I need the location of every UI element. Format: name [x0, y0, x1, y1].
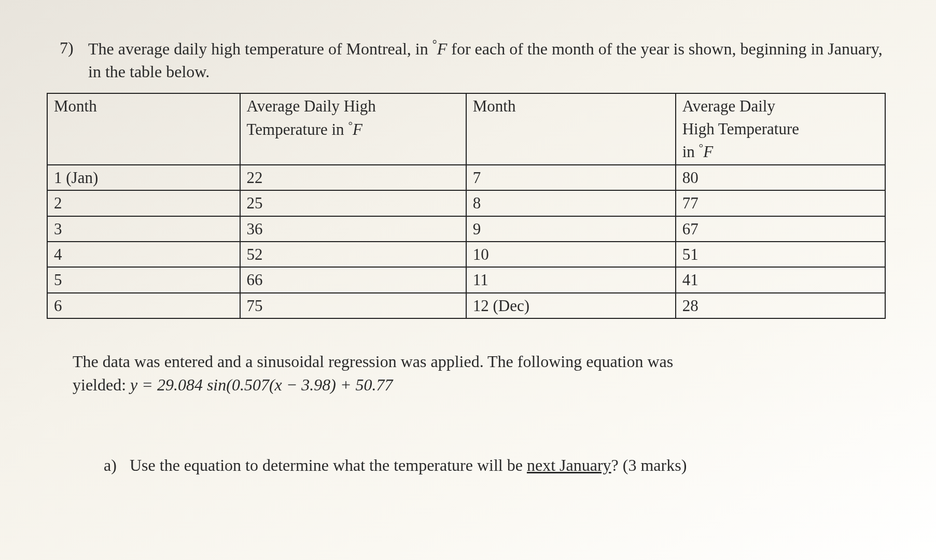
header-temp2-line2: High Temperature	[682, 120, 799, 138]
cell-temp-1: 22	[240, 165, 466, 190]
table-row: 67512 (Dec)28	[47, 293, 885, 318]
degree-unit-inline: °F	[432, 39, 448, 58]
cell-month-2: 7	[466, 165, 676, 190]
cell-temp-1: 36	[240, 216, 466, 242]
cell-month-1: 6	[47, 293, 240, 318]
problem-text: The average daily high temperature of Mo…	[88, 36, 905, 83]
header-temp2-line3-pre: in	[682, 143, 699, 161]
regression-note: The data was entered and a sinusoidal re…	[73, 350, 889, 397]
subpart-a-underlined: next January	[527, 456, 611, 474]
regression-line2-prefix: yielded:	[73, 375, 130, 394]
regression-equation: y = 29.084 sin(0.507(x − 3.98) + 50.77	[130, 375, 393, 394]
cell-month-1: 2	[47, 190, 240, 216]
subpart-a-post: ? (3 marks)	[611, 456, 687, 474]
cell-month-1: 3	[47, 216, 240, 242]
cell-month-1: 1 (Jan)	[47, 165, 240, 190]
header-temp1-degree-letter: F	[353, 120, 362, 138]
cell-temp-1: 25	[240, 190, 466, 216]
cell-temp-1: 52	[240, 242, 466, 267]
cell-month-2: 8	[466, 190, 676, 216]
header-temp2-unit: °F	[699, 143, 714, 161]
cell-month-2: 10	[466, 242, 676, 267]
problem-number: 7)	[60, 36, 88, 83]
header-month-2: Month	[466, 93, 676, 165]
table-row: 1 (Jan)22780	[47, 165, 885, 190]
cell-temp-1: 66	[240, 267, 466, 292]
cell-temp-2: 77	[676, 190, 885, 216]
degree-letter: F	[437, 39, 448, 58]
cell-temp-2: 41	[676, 267, 885, 292]
subpart-a-pre: Use the equation to determine what the t…	[130, 456, 527, 474]
header-temp1-line1: Average Daily High	[247, 97, 376, 115]
table-row: 5661141	[47, 267, 885, 292]
cell-temp-2: 80	[676, 165, 885, 190]
header-temp1-line2-pre: Temperature in	[247, 120, 348, 138]
header-temp1-degree-symbol: °	[348, 119, 353, 132]
table-row: 336967	[47, 216, 885, 242]
subpart-a-label: a)	[104, 454, 130, 477]
degree-symbol: °	[432, 38, 437, 51]
prompt-pre-unit: The average daily high temperature of Mo…	[88, 39, 432, 58]
cell-temp-2: 67	[676, 216, 885, 242]
header-temp-1: Average Daily High Temperature in °F	[240, 93, 466, 165]
table-row: 225877	[47, 190, 885, 216]
cell-month-2: 9	[466, 216, 676, 242]
subpart-a: a) Use the equation to determine what th…	[104, 454, 889, 477]
header-temp2-degree-symbol: °	[699, 142, 704, 154]
cell-month-1: 4	[47, 242, 240, 267]
cell-month-2: 12 (Dec)	[466, 293, 676, 318]
table-row: 4521051	[47, 242, 885, 267]
cell-temp-2: 51	[676, 242, 885, 267]
header-temp2-line1: Average Daily	[682, 97, 775, 115]
cell-month-1: 5	[47, 267, 240, 292]
cell-temp-2: 28	[676, 293, 885, 318]
table-header-row: Month Average Daily High Temperature in …	[47, 93, 885, 165]
cell-month-2: 11	[466, 267, 676, 292]
header-temp2-degree-letter: F	[703, 143, 713, 161]
header-temp-2: Average Daily High Temperature in °F	[676, 93, 885, 165]
problem-stem: 7) The average daily high temperature of…	[31, 36, 905, 83]
regression-line1: The data was entered and a sinusoidal re…	[73, 352, 673, 371]
subpart-a-text: Use the equation to determine what the t…	[130, 454, 889, 477]
cell-temp-1: 75	[240, 293, 466, 318]
header-month-1: Month	[47, 93, 240, 165]
header-temp1-unit: °F	[348, 120, 362, 138]
temperature-table: Month Average Daily High Temperature in …	[47, 93, 886, 319]
